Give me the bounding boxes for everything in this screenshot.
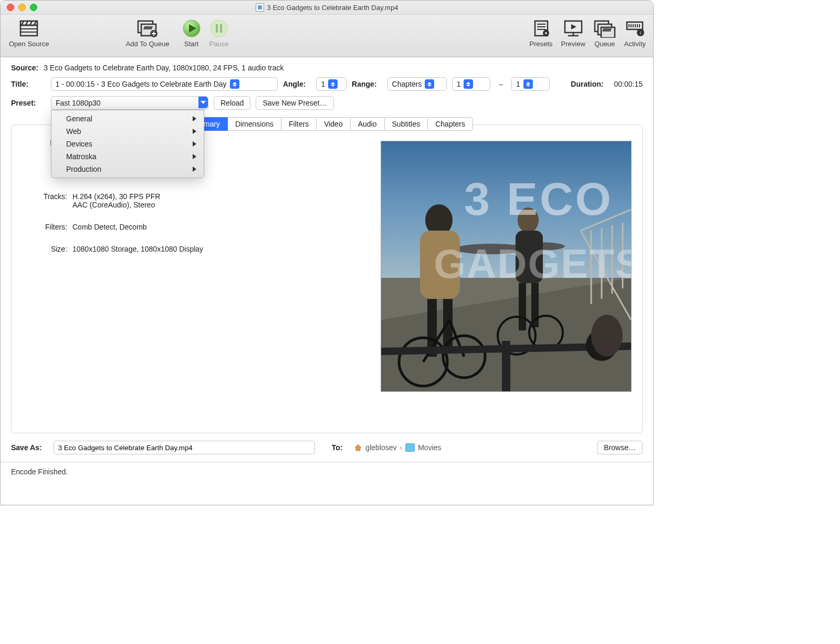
dropdown-icon [198, 97, 208, 108]
start-button[interactable]: Start [178, 18, 205, 48]
preset-menu-web[interactable]: Web [51, 125, 204, 138]
svg-marker-29 [571, 24, 576, 29]
title-label: Title: [11, 80, 40, 88]
tab-chapters[interactable]: Chapters [427, 117, 473, 131]
preview-label: Preview [561, 40, 585, 48]
save-bar: Save As: To: gleblosev › Movies Browse… [1, 433, 653, 462]
queue-button[interactable]: Queue [590, 18, 620, 48]
filters-label: Filters: [22, 223, 72, 231]
size-value: 1080x1080 Storage, 1080x1080 Display [72, 245, 264, 253]
stepper-icon [328, 79, 338, 89]
status-bar: Encode Finished. [1, 462, 653, 481]
presets-icon [532, 19, 551, 38]
save-as-label: Save As: [11, 443, 42, 452]
svg-marker-35 [602, 28, 612, 32]
open-source-label: Open Source [9, 40, 49, 48]
svg-point-18 [211, 20, 227, 37]
range-dash: – [499, 80, 503, 88]
tab-audio[interactable]: Audio [350, 117, 385, 131]
add-to-queue-label: Add To Queue [126, 40, 170, 48]
angle-select[interactable]: 1 [316, 77, 346, 91]
add-to-queue-button[interactable]: Add To Queue [122, 18, 174, 48]
chevron-right-icon: › [400, 443, 403, 452]
svg-text:GADGETS: GADGETS [434, 241, 631, 287]
queue-icon [594, 19, 616, 38]
titlebar: 3 Eco Gadgets to Celebrate Earth Day.mp4 [1, 1, 653, 15]
start-label: Start [184, 40, 198, 48]
preset-menu-general[interactable]: General [51, 112, 204, 125]
svg-rect-19 [216, 24, 218, 33]
svg-rect-27 [544, 29, 548, 31]
svg-marker-10 [143, 26, 153, 29]
title-select[interactable]: 1 - 00:00:15 - 3 Eco Gadgets to Celebrat… [51, 77, 278, 91]
preview-image: 3 ECO GADGETS [381, 141, 632, 392]
angle-label: Angle: [283, 80, 306, 88]
range-from-select[interactable]: 1 [452, 77, 490, 91]
window-title: 3 Eco Gadgets to Celebrate Earth Day.mp4 [267, 4, 398, 12]
preset-label: Preset: [11, 99, 40, 107]
svg-rect-20 [220, 24, 222, 33]
submenu-arrow-icon [193, 167, 196, 172]
save-new-preset-button[interactable]: Save New Preset… [256, 96, 333, 110]
presets-button[interactable]: Presets [526, 18, 557, 48]
add-queue-icon [136, 19, 159, 38]
reload-button[interactable]: Reload [214, 96, 250, 110]
preset-menu-matroska[interactable]: Matroska [51, 150, 204, 163]
activity-icon: i [625, 19, 645, 38]
filters-value: Comb Detect, Decomb [72, 223, 264, 231]
path-user: gleblosev [365, 443, 396, 452]
svg-marker-76 [355, 444, 361, 451]
document-icon [256, 3, 264, 12]
activity-label: Activity [624, 40, 646, 48]
destination-path[interactable]: gleblosev › Movies [354, 443, 441, 452]
clapperboard-icon [18, 19, 39, 38]
svg-text:i: i [640, 30, 642, 36]
zoom-window-button[interactable] [30, 4, 37, 11]
play-icon [182, 19, 201, 38]
stepper-icon [523, 79, 533, 89]
open-source-button[interactable]: Open Source [5, 18, 54, 48]
size-label: Size: [22, 245, 72, 253]
browse-button[interactable]: Browse… [597, 441, 643, 454]
range-mode-value: Chapters [392, 80, 422, 88]
range-mode-select[interactable]: Chapters [387, 77, 447, 91]
close-window-button[interactable] [7, 4, 14, 11]
svg-text:3 ECO: 3 ECO [464, 173, 613, 225]
range-to-select[interactable]: 1 [511, 77, 550, 91]
svg-point-26 [545, 32, 547, 34]
stepper-icon [230, 79, 239, 89]
source-label: Source: [11, 64, 38, 72]
svg-rect-66 [519, 283, 526, 330]
pause-button[interactable]: Pause [205, 18, 233, 48]
angle-value: 1 [321, 80, 325, 88]
toolbar: Open Source Add To Queue Start Pause Pre… [1, 15, 653, 57]
preset-select[interactable]: Fast 1080p30 [51, 96, 208, 110]
path-folder: Movies [418, 443, 441, 452]
range-from-value: 1 [457, 80, 461, 88]
home-icon [354, 443, 362, 452]
title-select-value: 1 - 00:00:15 - 3 Eco Gadgets to Celebrat… [56, 80, 227, 88]
tracks-line1: H.264 (x264), 30 FPS PFR [72, 192, 264, 201]
presets-label: Presets [530, 40, 553, 48]
submenu-arrow-icon [193, 154, 196, 159]
preset-menu: General Web Devices Matroska Production [51, 110, 204, 178]
activity-button[interactable]: i Activity [620, 18, 650, 48]
preview-button[interactable]: Preview [557, 18, 590, 48]
source-value: 3 Eco Gadgets to Celebrate Earth Day, 10… [44, 64, 284, 72]
svg-rect-0 [20, 25, 37, 36]
tab-video[interactable]: Video [316, 117, 351, 131]
stepper-icon [464, 79, 473, 89]
tab-subtitles[interactable]: Subtitles [384, 117, 428, 131]
tracks-label: Tracks: [22, 192, 72, 209]
pause-icon [209, 19, 228, 38]
preset-menu-production[interactable]: Production [51, 163, 204, 175]
minimize-window-button[interactable] [18, 4, 26, 11]
svg-rect-73 [502, 341, 510, 391]
save-as-input[interactable] [54, 441, 315, 454]
tab-dimensions[interactable]: Dimensions [227, 117, 281, 131]
preset-menu-devices[interactable]: Devices [51, 138, 204, 150]
tab-filters[interactable]: Filters [281, 117, 317, 131]
submenu-arrow-icon [193, 141, 196, 147]
tabs: Summary Dimensions Filters Video Audio S… [181, 117, 473, 131]
duration-label: Duration: [571, 80, 603, 88]
